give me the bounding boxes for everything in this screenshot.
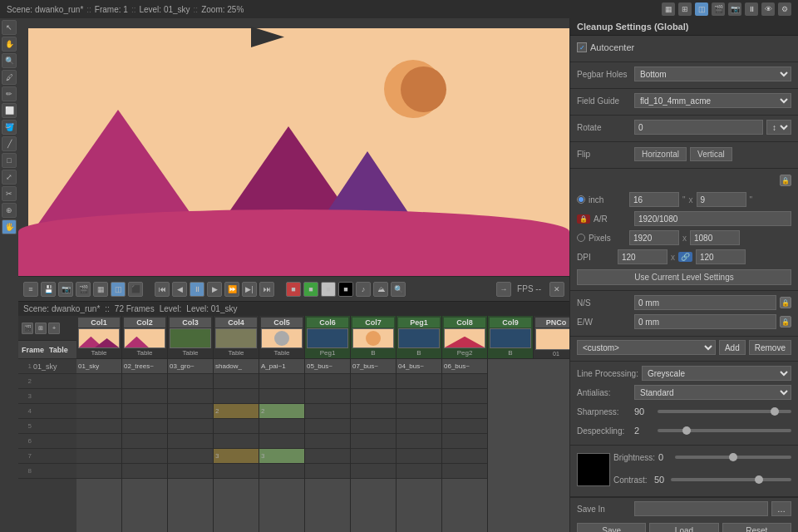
save-in-input[interactable] [634,501,768,516]
eraser-tool[interactable]: ⬜ [2,103,17,118]
pixels-w-input[interactable] [629,230,679,245]
contrast-slider[interactable] [671,478,791,481]
rotate-input[interactable] [634,120,763,135]
pivot-tool[interactable]: ⊕ [2,203,17,218]
sharpness-slider-container [658,410,791,413]
save-in-label: Save In [577,505,631,514]
pixels-h-input[interactable] [690,230,740,245]
select-tool[interactable]: ↖ [2,20,17,35]
vertical-btn[interactable]: Vertical [690,147,732,161]
field-guide-section: Field Guide fld_10_4mm_acme [570,89,798,116]
ns-input[interactable] [634,295,776,310]
save-final-btn[interactable]: Save [577,523,646,532]
track-label-8: 8 [18,464,76,479]
view-icon[interactable]: ◫ [695,2,708,16]
color4-btn[interactable]: ■ [338,282,353,297]
dpi-lock[interactable]: 🔗 [678,252,692,262]
field-guide-select[interactable]: fld_10_4mm_acme [634,93,791,108]
color2-btn[interactable]: ■ [303,282,318,297]
color3-btn[interactable]: ■ [321,282,336,297]
use-current-btn[interactable]: Use Current Level Settings [577,269,791,285]
grid-icon[interactable]: ⊞ [678,2,692,16]
height-inch-input[interactable] [697,192,746,207]
tl-expand-btn[interactable]: ⊞ [35,323,47,334]
pegbar-select[interactable]: Bottom Top [634,66,791,81]
prev-frame-btn[interactable]: ◀ [172,282,187,297]
rotate-select[interactable]: ↕ [766,120,791,135]
remove-btn[interactable]: Remove [749,340,791,355]
field-guide-label: Field Guide [577,96,631,106]
view1-btn[interactable]: ▦ [93,282,108,297]
view3-btn[interactable]: ⬛ [128,282,143,297]
play-btn[interactable]: ▶ [207,282,222,297]
brush-tool[interactable]: 🖊 [2,70,17,85]
dpi-input2[interactable] [696,249,746,264]
antialias-select[interactable]: Standard [634,385,791,400]
custom-select[interactable]: <custom> [577,340,716,355]
despeckling-slider[interactable] [658,429,791,432]
mountain-btn[interactable]: ⛰ [373,282,388,297]
dpi-row: DPI x 🔗 [577,249,791,265]
pencil-tool[interactable]: ✏ [2,86,17,101]
dpi-input[interactable] [618,249,667,264]
tl-add-btn[interactable]: + [48,323,60,334]
line-tool[interactable]: ╱ [2,136,17,151]
despeckling-value: 2 [634,426,651,436]
reset-btn[interactable]: Reset [722,523,791,532]
browse-btn[interactable]: … [771,501,791,516]
ar-lock-icon[interactable]: 🔒 [577,214,590,224]
pause2-btn[interactable]: ⏸ [190,282,204,297]
skip-end-btn[interactable]: ⏭ [259,282,274,297]
flip-section: Flip Horizontal Vertical [570,142,798,169]
ew-lock[interactable]: 🔒 [780,316,791,328]
layout-icon[interactable]: ▦ [662,2,675,16]
zoom-tool[interactable]: 🔍 [2,53,17,68]
save-btn[interactable]: 💾 [41,282,56,297]
autocenter-checkbox[interactable]: ✓ [577,42,587,52]
hand2-tool[interactable]: 🖐 [2,219,17,234]
skip-start-btn[interactable]: ⏮ [155,282,170,297]
color1-btn[interactable]: ■ [286,282,301,297]
view2-btn[interactable]: ◫ [111,282,126,297]
ns-lock[interactable]: 🔒 [780,297,791,308]
custom-section: <custom> Add Remove [570,337,798,362]
snapshot-btn[interactable]: 📷 [58,282,73,297]
camera-icon[interactable]: 📷 [728,2,741,16]
line-proc-label: Line Processing: [577,369,638,378]
transform-tool[interactable]: ⤢ [2,170,17,185]
add-btn[interactable]: Add [719,340,746,355]
next-frame-btn[interactable]: ▶| [242,282,257,297]
brightness-slider[interactable] [675,456,791,459]
fill-tool[interactable]: 🪣 [2,120,17,135]
ar-input[interactable] [634,211,791,226]
lock-icon-2[interactable]: 🔒 [780,175,791,186]
play-sw-btn[interactable]: ⏩ [224,282,239,297]
pixels-radio[interactable] [577,234,585,242]
load-btn[interactable]: Load [649,523,718,532]
flip-row: Flip Horizontal Vertical [577,145,791,162]
inch-values-row: inch " x " [577,191,791,208]
cutter-tool[interactable]: ✂ [2,186,17,201]
pause-icon[interactable]: ⏸ [745,2,758,16]
inch-radio[interactable] [577,195,585,204]
search-btn[interactable]: 🔍 [391,282,406,297]
viewport[interactable] [18,18,569,276]
ew-input[interactable] [634,314,776,329]
hand-tool[interactable]: ✋ [2,37,17,52]
film-icon[interactable]: 🎬 [712,2,725,16]
panel-title: Cleanup Settings (Global) [570,18,798,36]
settings-icon[interactable]: ⚙ [778,2,791,16]
arrow-btn[interactable]: → [496,282,511,297]
top-bar: Scene: dwanko_run* :: Frame: 1 :: Level:… [0,0,798,18]
shape-tool[interactable]: □ [2,153,17,168]
tl-film-btn[interactable]: 🎬 [22,323,33,334]
close-btn[interactable]: ✕ [549,282,564,297]
line-proc-select[interactable]: Greyscale [642,366,791,381]
horizontal-btn[interactable]: Horizontal [634,147,687,161]
sharpness-slider[interactable] [658,410,791,413]
eye-icon[interactable]: 👁 [761,2,775,16]
toggle-btn[interactable]: ≡ [23,282,38,297]
music-btn[interactable]: ♪ [356,282,371,297]
width-inch-input[interactable] [629,192,679,207]
render-btn[interactable]: 🎬 [76,282,91,297]
